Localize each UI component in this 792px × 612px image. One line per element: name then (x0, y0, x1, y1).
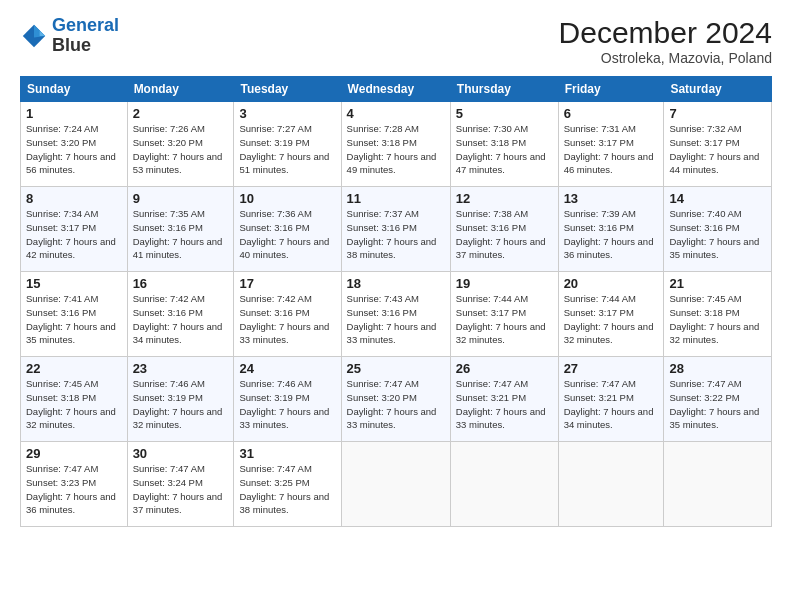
day-info: Sunrise: 7:32 AMSunset: 3:17 PMDaylight:… (669, 122, 766, 177)
day-number: 20 (564, 276, 659, 291)
calendar-cell: 10 Sunrise: 7:36 AMSunset: 3:16 PMDaylig… (234, 187, 341, 272)
day-number: 14 (669, 191, 766, 206)
day-number: 8 (26, 191, 122, 206)
day-number: 27 (564, 361, 659, 376)
week-row-5: 29 Sunrise: 7:47 AMSunset: 3:23 PMDaylig… (21, 442, 772, 527)
calendar-cell: 19 Sunrise: 7:44 AMSunset: 3:17 PMDaylig… (450, 272, 558, 357)
day-info: Sunrise: 7:35 AMSunset: 3:16 PMDaylight:… (133, 207, 229, 262)
calendar-cell: 17 Sunrise: 7:42 AMSunset: 3:16 PMDaylig… (234, 272, 341, 357)
page: General Blue December 2024 Ostroleka, Ma… (0, 0, 792, 612)
day-info: Sunrise: 7:42 AMSunset: 3:16 PMDaylight:… (133, 292, 229, 347)
header: General Blue December 2024 Ostroleka, Ma… (20, 16, 772, 66)
calendar-cell: 20 Sunrise: 7:44 AMSunset: 3:17 PMDaylig… (558, 272, 664, 357)
day-info: Sunrise: 7:34 AMSunset: 3:17 PMDaylight:… (26, 207, 122, 262)
week-row-1: 1 Sunrise: 7:24 AMSunset: 3:20 PMDayligh… (21, 102, 772, 187)
day-number: 24 (239, 361, 335, 376)
week-row-4: 22 Sunrise: 7:45 AMSunset: 3:18 PMDaylig… (21, 357, 772, 442)
weekday-sunday: Sunday (21, 77, 128, 102)
month-title: December 2024 (559, 16, 772, 50)
calendar-cell: 7 Sunrise: 7:32 AMSunset: 3:17 PMDayligh… (664, 102, 772, 187)
day-number: 11 (347, 191, 445, 206)
calendar-cell: 12 Sunrise: 7:38 AMSunset: 3:16 PMDaylig… (450, 187, 558, 272)
calendar-cell: 22 Sunrise: 7:45 AMSunset: 3:18 PMDaylig… (21, 357, 128, 442)
weekday-saturday: Saturday (664, 77, 772, 102)
calendar-cell (558, 442, 664, 527)
week-row-2: 8 Sunrise: 7:34 AMSunset: 3:17 PMDayligh… (21, 187, 772, 272)
day-info: Sunrise: 7:36 AMSunset: 3:16 PMDaylight:… (239, 207, 335, 262)
day-number: 6 (564, 106, 659, 121)
day-info: Sunrise: 7:26 AMSunset: 3:20 PMDaylight:… (133, 122, 229, 177)
day-info: Sunrise: 7:30 AMSunset: 3:18 PMDaylight:… (456, 122, 553, 177)
day-info: Sunrise: 7:39 AMSunset: 3:16 PMDaylight:… (564, 207, 659, 262)
day-info: Sunrise: 7:44 AMSunset: 3:17 PMDaylight:… (456, 292, 553, 347)
day-number: 1 (26, 106, 122, 121)
day-info: Sunrise: 7:44 AMSunset: 3:17 PMDaylight:… (564, 292, 659, 347)
title-block: December 2024 Ostroleka, Mazovia, Poland (559, 16, 772, 66)
day-number: 10 (239, 191, 335, 206)
day-number: 30 (133, 446, 229, 461)
day-info: Sunrise: 7:47 AMSunset: 3:22 PMDaylight:… (669, 377, 766, 432)
calendar-cell: 1 Sunrise: 7:24 AMSunset: 3:20 PMDayligh… (21, 102, 128, 187)
calendar-cell: 16 Sunrise: 7:42 AMSunset: 3:16 PMDaylig… (127, 272, 234, 357)
weekday-header-row: SundayMondayTuesdayWednesdayThursdayFrid… (21, 77, 772, 102)
day-number: 4 (347, 106, 445, 121)
day-info: Sunrise: 7:45 AMSunset: 3:18 PMDaylight:… (669, 292, 766, 347)
calendar-cell: 8 Sunrise: 7:34 AMSunset: 3:17 PMDayligh… (21, 187, 128, 272)
calendar-cell: 15 Sunrise: 7:41 AMSunset: 3:16 PMDaylig… (21, 272, 128, 357)
calendar-cell (664, 442, 772, 527)
calendar-cell: 18 Sunrise: 7:43 AMSunset: 3:16 PMDaylig… (341, 272, 450, 357)
calendar-cell: 3 Sunrise: 7:27 AMSunset: 3:19 PMDayligh… (234, 102, 341, 187)
day-info: Sunrise: 7:43 AMSunset: 3:16 PMDaylight:… (347, 292, 445, 347)
calendar-cell: 13 Sunrise: 7:39 AMSunset: 3:16 PMDaylig… (558, 187, 664, 272)
calendar-cell: 23 Sunrise: 7:46 AMSunset: 3:19 PMDaylig… (127, 357, 234, 442)
day-info: Sunrise: 7:47 AMSunset: 3:21 PMDaylight:… (564, 377, 659, 432)
logo-text: General Blue (52, 16, 119, 56)
day-info: Sunrise: 7:24 AMSunset: 3:20 PMDaylight:… (26, 122, 122, 177)
day-info: Sunrise: 7:31 AMSunset: 3:17 PMDaylight:… (564, 122, 659, 177)
calendar-cell: 5 Sunrise: 7:30 AMSunset: 3:18 PMDayligh… (450, 102, 558, 187)
calendar-cell: 4 Sunrise: 7:28 AMSunset: 3:18 PMDayligh… (341, 102, 450, 187)
day-info: Sunrise: 7:47 AMSunset: 3:21 PMDaylight:… (456, 377, 553, 432)
day-info: Sunrise: 7:27 AMSunset: 3:19 PMDaylight:… (239, 122, 335, 177)
day-number: 31 (239, 446, 335, 461)
location: Ostroleka, Mazovia, Poland (559, 50, 772, 66)
day-number: 21 (669, 276, 766, 291)
day-number: 22 (26, 361, 122, 376)
day-number: 13 (564, 191, 659, 206)
day-number: 25 (347, 361, 445, 376)
day-info: Sunrise: 7:46 AMSunset: 3:19 PMDaylight:… (133, 377, 229, 432)
calendar-cell: 25 Sunrise: 7:47 AMSunset: 3:20 PMDaylig… (341, 357, 450, 442)
day-info: Sunrise: 7:42 AMSunset: 3:16 PMDaylight:… (239, 292, 335, 347)
day-number: 26 (456, 361, 553, 376)
day-number: 19 (456, 276, 553, 291)
day-info: Sunrise: 7:47 AMSunset: 3:23 PMDaylight:… (26, 462, 122, 517)
calendar-cell: 9 Sunrise: 7:35 AMSunset: 3:16 PMDayligh… (127, 187, 234, 272)
day-number: 2 (133, 106, 229, 121)
day-number: 15 (26, 276, 122, 291)
calendar-cell: 11 Sunrise: 7:37 AMSunset: 3:16 PMDaylig… (341, 187, 450, 272)
day-number: 29 (26, 446, 122, 461)
calendar-cell: 21 Sunrise: 7:45 AMSunset: 3:18 PMDaylig… (664, 272, 772, 357)
day-number: 16 (133, 276, 229, 291)
weekday-friday: Friday (558, 77, 664, 102)
day-info: Sunrise: 7:37 AMSunset: 3:16 PMDaylight:… (347, 207, 445, 262)
calendar-cell: 26 Sunrise: 7:47 AMSunset: 3:21 PMDaylig… (450, 357, 558, 442)
calendar-cell: 24 Sunrise: 7:46 AMSunset: 3:19 PMDaylig… (234, 357, 341, 442)
day-number: 28 (669, 361, 766, 376)
day-number: 17 (239, 276, 335, 291)
week-row-3: 15 Sunrise: 7:41 AMSunset: 3:16 PMDaylig… (21, 272, 772, 357)
weekday-monday: Monday (127, 77, 234, 102)
calendar-cell: 2 Sunrise: 7:26 AMSunset: 3:20 PMDayligh… (127, 102, 234, 187)
day-number: 23 (133, 361, 229, 376)
day-number: 3 (239, 106, 335, 121)
weekday-wednesday: Wednesday (341, 77, 450, 102)
calendar: SundayMondayTuesdayWednesdayThursdayFrid… (20, 76, 772, 527)
day-info: Sunrise: 7:47 AMSunset: 3:25 PMDaylight:… (239, 462, 335, 517)
day-info: Sunrise: 7:46 AMSunset: 3:19 PMDaylight:… (239, 377, 335, 432)
weekday-tuesday: Tuesday (234, 77, 341, 102)
logo-icon (20, 22, 48, 50)
calendar-cell: 31 Sunrise: 7:47 AMSunset: 3:25 PMDaylig… (234, 442, 341, 527)
day-number: 9 (133, 191, 229, 206)
calendar-cell (450, 442, 558, 527)
calendar-cell: 14 Sunrise: 7:40 AMSunset: 3:16 PMDaylig… (664, 187, 772, 272)
